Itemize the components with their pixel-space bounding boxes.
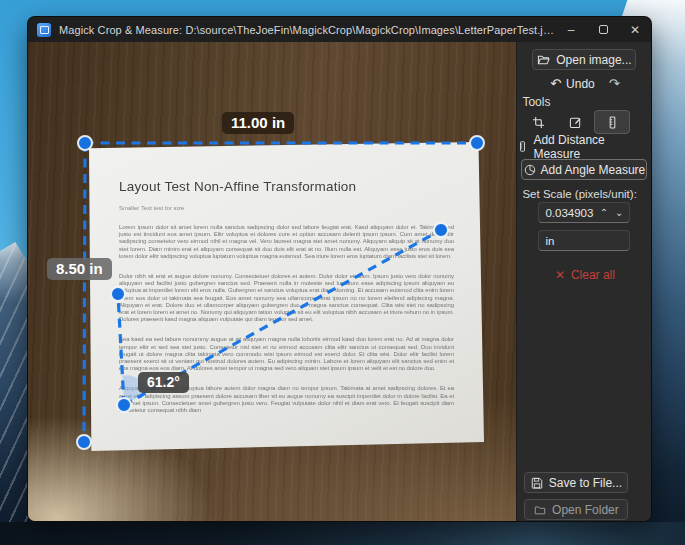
sidebar: Open image... ↶ Undo ↷ Tools (516, 42, 651, 522)
window-title: Magick Crop & Measure: D:\source\TheJoeF… (59, 24, 555, 36)
edit-note-icon (569, 116, 582, 129)
open-image-label: Open image... (556, 53, 631, 67)
save-to-file-label: Save to File... (549, 476, 622, 490)
angle-handle-arm-top[interactable] (111, 287, 125, 301)
floppy-save-icon (531, 477, 543, 489)
photographed-paper: Layout Test Non-Affine Transformation Sm… (89, 142, 484, 451)
set-scale-label: Set Scale (pixels/unit): (522, 188, 636, 200)
ruler-icon (517, 141, 528, 152)
add-distance-button[interactable]: Add Distance Measure (517, 138, 652, 155)
close-icon: ✕ (630, 23, 640, 37)
measure-tool-button[interactable] (594, 110, 630, 134)
top-distance-measurement[interactable]: 11.00 in (222, 112, 294, 134)
spin-down-icon[interactable]: ⌄ (615, 207, 623, 218)
minimize-icon: – (568, 23, 575, 37)
app-window: Magick Crop & Measure: D:\source\TheJoeF… (27, 16, 652, 522)
titlebar: Magick Crop & Measure: D:\source\TheJoeF… (28, 17, 651, 42)
paper-paragraph: Lorem ipsum dolor sit amet lorem nulla s… (119, 224, 454, 260)
folder-open-icon (537, 53, 550, 66)
angle-handle-vertex[interactable] (117, 398, 131, 412)
add-angle-label: Add Angle Measure (541, 163, 646, 177)
scale-number-box: ⌃ ⌄ (538, 202, 630, 223)
tools-row (520, 110, 632, 134)
left-distance-line (84, 143, 85, 442)
paper-subtitle: Smaller Text test for size (119, 205, 454, 211)
measure-handle-bottom-left[interactable] (77, 435, 91, 449)
add-angle-button[interactable]: Add Angle Measure (521, 159, 647, 180)
angle-icon (524, 164, 536, 176)
measure-handle-top-left[interactable] (78, 136, 92, 150)
folder-icon (534, 504, 546, 516)
wallpaper-rocks-bottom (0, 522, 685, 545)
save-to-file-button[interactable]: Save to File... (524, 472, 628, 493)
app-icon (37, 23, 51, 37)
edit-tool-button[interactable] (557, 110, 593, 134)
crop-tool-button[interactable] (520, 110, 556, 134)
clear-all-button[interactable]: ✕ Clear all (517, 268, 652, 282)
angle-measurement[interactable]: 61.2° (138, 372, 189, 393)
paper-title: Layout Test Non-Affine Transformation (119, 179, 454, 194)
add-distance-label: Add Distance Measure (533, 133, 652, 161)
paper-paragraph: Sea kasd ea sed labore nonummy augue at … (119, 336, 454, 372)
minimize-button[interactable]: – (555, 17, 587, 42)
undo-redo-row: ↶ Undo ↷ (517, 75, 652, 92)
unit-input[interactable] (545, 235, 623, 247)
measure-handle-top-right[interactable] (470, 136, 484, 150)
ruler-icon (606, 116, 619, 129)
number-spinners: ⌃ ⌄ (600, 207, 624, 218)
spin-up-icon[interactable]: ⌃ (600, 207, 608, 218)
image-canvas[interactable]: Layout Test Non-Affine Transformation Sm… (28, 42, 516, 522)
paper-paragraph: Dolor nibh sit erat et augue dolore nonu… (119, 273, 454, 323)
maximize-button[interactable] (587, 17, 619, 42)
undo-button[interactable]: ↶ Undo (550, 77, 595, 91)
x-icon: ✕ (555, 268, 565, 282)
close-button[interactable]: ✕ (619, 17, 651, 42)
angle-handle-arm-end[interactable] (434, 223, 448, 237)
redo-icon: ↷ (609, 76, 620, 91)
maximize-icon (599, 25, 608, 34)
tools-section-label: Tools (522, 95, 550, 109)
clear-all-label: Clear all (571, 268, 615, 282)
caption-buttons: – ✕ (555, 17, 651, 42)
unit-box (538, 230, 630, 251)
scale-input[interactable] (545, 207, 599, 219)
crop-icon (532, 116, 545, 129)
undo-label: Undo (566, 77, 595, 91)
open-folder-button[interactable]: Open Folder (524, 499, 628, 520)
open-folder-label: Open Folder (552, 503, 619, 517)
undo-icon: ↶ (550, 77, 561, 90)
left-distance-measurement[interactable]: 8.50 in (47, 258, 112, 280)
open-image-button[interactable]: Open image... (532, 49, 636, 70)
redo-button[interactable]: ↷ (609, 77, 620, 90)
